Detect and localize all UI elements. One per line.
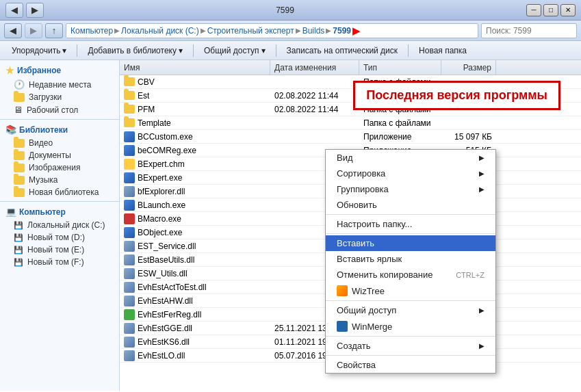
ctx-item-view[interactable]: Вид: [326, 150, 495, 166]
breadcrumb[interactable]: Компьютер ▶ Локальный диск (C:) ▶ Строит…: [66, 23, 478, 38]
file-name-cell: BExpert.exe: [120, 171, 270, 184]
ctx-item-wiztree[interactable]: WizTree: [326, 283, 495, 299]
exe-icon: [124, 227, 135, 238]
ctx-item-sort[interactable]: Сортировка: [326, 166, 495, 181]
dll-icon: [124, 323, 135, 334]
burn-label: Записать на оптический диск: [287, 46, 398, 55]
d-drive-label: Новый том (D:): [27, 233, 85, 242]
exe-icon: [124, 131, 135, 142]
sidebar-item-e-drive[interactable]: 💾 Новый том (E:): [0, 244, 119, 256]
desktop-icon: 🖥: [14, 105, 23, 115]
sidebar-item-desktop[interactable]: 🖥 Рабочий стол: [0, 103, 119, 116]
breadcrumb-item-computer[interactable]: Компьютер: [70, 26, 113, 36]
reg-icon: [124, 309, 135, 320]
ctx-item-customize[interactable]: Настроить папку...: [326, 216, 495, 232]
minimize-button[interactable]: ─: [526, 4, 541, 16]
video-icon: [14, 139, 25, 148]
ctx-item-properties[interactable]: Свойства: [326, 357, 495, 373]
forward-button[interactable]: ▶: [26, 3, 44, 18]
title-bar: ◀ ▶ 7599 ─ □ ✕: [0, 0, 581, 21]
back-nav-button[interactable]: ◀: [4, 23, 22, 38]
file-name: bfExplorer.dll: [138, 187, 185, 196]
search-input[interactable]: [481, 23, 577, 38]
ctx-item-paste-shortcut[interactable]: Вставить ярлык: [326, 251, 495, 267]
computer-header[interactable]: 💻 Компьютер: [0, 205, 119, 219]
sidebar-item-docs[interactable]: Документы: [0, 149, 119, 161]
file-name: EvhEstLO.dll: [138, 351, 185, 361]
newlib-icon: [14, 188, 25, 197]
ctx-item-create[interactable]: Создать: [326, 338, 495, 354]
folder-icon: [124, 91, 135, 100]
ctx-paste-label: Вставить: [337, 238, 374, 248]
back-button[interactable]: ◀: [5, 3, 23, 18]
table-row[interactable]: Template Папка с файлами: [120, 116, 581, 130]
file-name-cell: PFM: [120, 103, 270, 116]
forward-nav-button[interactable]: ▶: [25, 23, 42, 38]
file-type-cell: Приложение: [359, 130, 441, 143]
ctx-refresh-label: Обновить: [337, 200, 377, 210]
desktop-label: Рабочий стол: [27, 105, 78, 115]
file-name: EST_Service.dll: [138, 241, 196, 251]
ctx-view-label: Вид: [337, 153, 353, 163]
toolbar-sep-1: [77, 44, 77, 57]
libraries-header[interactable]: 📚 Библиотеки: [0, 122, 119, 137]
sidebar-item-d-drive[interactable]: 💾 Новый том (D:): [0, 231, 119, 244]
sidebar-item-music[interactable]: Музыка: [0, 174, 119, 186]
file-date-cell: [270, 116, 359, 129]
add-library-button[interactable]: Добавить в библиотеку ▾: [81, 43, 189, 58]
breadcrumb-item-drive[interactable]: Локальный диск (C:): [121, 26, 199, 36]
ctx-sort-label: Сортировка: [337, 168, 385, 179]
file-name: BExpert.chm: [138, 159, 185, 169]
file-name: EvhEstFerReg.dll: [138, 310, 201, 319]
col-header-type[interactable]: Тип: [359, 60, 441, 75]
sidebar-item-video[interactable]: Видео: [0, 137, 119, 149]
f-drive-label: Новый том (F:): [27, 257, 84, 267]
share-button[interactable]: Общий доступ ▾: [198, 43, 272, 58]
file-name-cell: EvhEstLO.dll: [120, 349, 270, 362]
toolbar: Упорядочить ▾ Добавить в библиотеку ▾ Об…: [0, 41, 581, 60]
d-drive-icon: 💾: [14, 233, 23, 242]
sidebar-item-recent[interactable]: 🕐 Недавние места: [0, 78, 119, 91]
up-nav-button[interactable]: ↑: [45, 23, 63, 38]
new-folder-button[interactable]: Новая папка: [413, 43, 473, 58]
col-header-date[interactable]: Дата изменения: [270, 60, 359, 75]
table-row[interactable]: BCCustom.exe Приложение 15 097 КБ: [120, 130, 581, 144]
maximize-button[interactable]: □: [543, 4, 558, 16]
file-size-cell: 15 097 КБ: [441, 130, 496, 143]
sidebar-item-c-drive[interactable]: 💾 Локальный диск (C:): [0, 219, 119, 231]
file-list-header: Имя Дата изменения Тип Размер: [120, 60, 581, 75]
wiztree-wrapper: WizTree: [337, 285, 385, 296]
toolbar-sep-2: [193, 44, 194, 57]
favorites-header[interactable]: ★ Избранное: [0, 63, 119, 78]
col-header-name[interactable]: Имя: [120, 60, 270, 75]
dll-icon: [124, 350, 135, 361]
ctx-sep-5: [326, 355, 495, 356]
e-drive-label: Новый том (E:): [27, 245, 84, 254]
sidebar-item-newlib[interactable]: Новая библиотека: [0, 186, 119, 198]
file-name-cell: EvhEstGGE.dll: [120, 322, 270, 335]
breadcrumb-item-expert[interactable]: Строительный эксперт: [207, 26, 294, 36]
breadcrumb-arrow: ▶: [352, 25, 360, 36]
ctx-item-winmerge[interactable]: WinMerge: [326, 318, 495, 335]
sidebar-item-f-drive[interactable]: 💾 Новый том (F:): [0, 256, 119, 268]
ctx-undo-copy-label: Отменить копирование: [337, 270, 433, 280]
organize-button[interactable]: Упорядочить ▾: [5, 43, 73, 58]
breadcrumb-item-7599[interactable]: 7599: [333, 26, 351, 36]
col-header-size[interactable]: Размер: [441, 60, 496, 75]
file-name-cell: BObject.exe: [120, 226, 270, 239]
col-date-label: Дата изменения: [274, 63, 336, 73]
burn-button[interactable]: Записать на оптический диск: [281, 43, 404, 58]
sidebar-item-images[interactable]: Изображения: [0, 161, 119, 174]
breadcrumb-item-builds[interactable]: Builds: [302, 26, 325, 36]
dll-icon: [124, 268, 135, 279]
ctx-item-paste[interactable]: Вставить: [326, 235, 495, 251]
file-name-cell: CBV: [120, 75, 270, 88]
ctx-item-share[interactable]: Общий доступ: [326, 302, 495, 318]
ctx-item-undo-copy[interactable]: Отменить копирование CTRL+Z: [326, 267, 495, 283]
close-button[interactable]: ✕: [560, 4, 576, 16]
ctx-item-refresh[interactable]: Обновить: [326, 197, 495, 213]
dll-icon: [124, 337, 135, 348]
ctx-item-group[interactable]: Группировка: [326, 181, 495, 197]
sidebar-item-downloads[interactable]: Загрузки: [0, 91, 119, 103]
music-label: Музыка: [29, 175, 57, 185]
